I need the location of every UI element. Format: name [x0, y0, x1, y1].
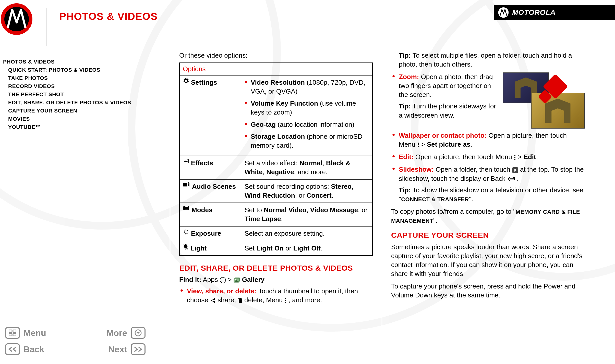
edit-share-bullets: View, share, or delete: Touch a thumbnai…: [179, 287, 373, 305]
option-label-settings: Settings: [180, 76, 244, 156]
svg-rect-11: [184, 206, 184, 207]
sidebar-item-photos-videos[interactable]: PHOTOS & VIDEOS: [3, 59, 149, 65]
back-button[interactable]: Back: [5, 343, 80, 355]
svg-rect-56: [418, 146, 419, 147]
more-dropdown-icon: [131, 327, 146, 339]
edit-bullet: Edit: Open a picture, then touch Menu > …: [391, 153, 585, 161]
edit-share-delete-heading: EDIT, SHARE, OR DELETE PHOTOS & VIDEOS: [179, 263, 373, 273]
sidebar-item-record-videos[interactable]: RECORD VIDEOS: [8, 83, 149, 89]
motorola-logo-large-icon: [0, 3, 33, 36]
gallery-actions-list: Zoom: Open a photo, then drag two finger…: [391, 72, 585, 204]
share-icon: [210, 298, 216, 303]
svg-rect-17: [187, 206, 188, 207]
svg-line-47: [212, 301, 214, 302]
option-row-exposure: Exposure Select an exposure setting.: [180, 227, 372, 241]
option-label-exposure: Exposure: [180, 227, 244, 241]
sidebar-item-movies[interactable]: MOVIES: [8, 116, 149, 122]
zoom-bullet: Zoom: Open a photo, then drag two finger…: [391, 72, 585, 120]
video-audio-icon: [183, 182, 190, 187]
svg-rect-51: [285, 298, 286, 299]
svg-point-34: [221, 280, 222, 281]
overflow-menu-icon: [514, 155, 516, 160]
option-row-modes: Modes Set to Normal Video, Video Message…: [180, 203, 372, 227]
gear-icon: [183, 78, 189, 84]
option-label-audio: Audio Scenes: [180, 180, 244, 203]
copy-photos-para: To copy photos to/from a computer, go to…: [391, 207, 585, 225]
video-options-intro: Or these video options:: [179, 51, 373, 60]
tip-multi-select: Tip: To select multiple files, open a fo…: [391, 51, 585, 69]
svg-point-33: [223, 279, 224, 280]
back-chevron-icon: [5, 343, 20, 355]
option-row-light: Light Set Light On or Light Off.: [180, 241, 372, 255]
option-label-light: Light: [180, 241, 244, 255]
find-it-line: Find it: Apps > Gallery: [179, 275, 373, 284]
modes-label-text: Modes: [191, 206, 212, 215]
back-key-icon: [507, 177, 515, 182]
light-desc: Set Light On or Light Off.: [244, 241, 372, 255]
option-row-audio: Audio Scenes Set sound recording options…: [180, 180, 372, 203]
column-2: Tip: To select multiple files, open a fo…: [382, 43, 594, 359]
next-button-label: Next: [108, 344, 127, 354]
title-block: PHOTOS & VIDEOS: [46, 8, 158, 46]
option-row-effects: Effects Set a video effect: Normal, Blac…: [180, 156, 372, 180]
svg-rect-3: [9, 330, 12, 332]
svg-rect-15: [186, 206, 187, 207]
svg-rect-4: [13, 330, 16, 332]
svg-rect-53: [285, 302, 286, 303]
svg-rect-12: [184, 209, 184, 209]
video-options-table: Options Settings Video Resolution (1080p…: [179, 62, 373, 256]
effects-label-text: Effects: [191, 159, 213, 168]
play-icon: [512, 167, 518, 173]
overflow-menu-icon: [417, 142, 419, 148]
zoom-gesture-illustration: [503, 72, 585, 129]
svg-point-35: [222, 280, 223, 281]
svg-point-39: [223, 281, 224, 282]
sidebar-item-youtube[interactable]: YOUTUBE™: [8, 124, 149, 130]
brightness-icon: [183, 229, 189, 235]
svg-rect-9: [183, 183, 187, 186]
main-content: Or these video options: Options Settings…: [170, 43, 610, 359]
sidebar-item-edit-share-delete[interactable]: EDIT, SHARE, OR DELETE PHOTOS & VIDEOS: [8, 99, 149, 106]
sidebar-item-perfect-shot[interactable]: THE PERFECT SHOT: [8, 91, 149, 97]
slideshow-bullet: Slideshow: Open a folder, then touch at …: [391, 165, 585, 203]
filmstrip-icon: [183, 206, 189, 210]
sidebar-item-take-photos[interactable]: TAKE PHOTOS: [8, 75, 149, 81]
next-button[interactable]: Next: [80, 343, 156, 355]
option-label-effects: Effects: [180, 156, 244, 179]
exposure-desc: Select an exposure setting.: [244, 227, 372, 241]
svg-rect-28: [185, 249, 186, 249]
sidebar-item-capture-screen[interactable]: CAPTURE YOUR SCREEN: [8, 108, 149, 114]
page-nav-controls: Menu More Back Next: [5, 327, 156, 355]
svg-point-19: [185, 231, 187, 233]
audio-label-text: Audio Scenes: [192, 182, 236, 191]
brand-header-bar: MOTOROLA: [494, 5, 615, 20]
svg-rect-57: [514, 155, 515, 156]
modes-desc: Set to Normal Video, Video Message, or T…: [244, 203, 372, 226]
connect-transfer-link[interactable]: CONNECT & TRANSFER: [401, 196, 469, 203]
svg-line-24: [184, 230, 184, 231]
svg-point-36: [223, 280, 224, 281]
capture-para-1: Sometimes a picture speaks louder than w…: [391, 243, 585, 278]
menu-button[interactable]: Menu: [5, 327, 80, 339]
svg-rect-18: [187, 209, 188, 209]
bulb-off-icon: [183, 244, 188, 250]
capture-para-2: To capture your phone's screen, press an…: [391, 282, 585, 300]
gallery-icon: [234, 277, 240, 283]
svg-point-37: [221, 281, 222, 282]
svg-point-38: [222, 281, 223, 282]
svg-line-26: [184, 234, 184, 234]
svg-rect-59: [514, 159, 515, 160]
overflow-menu-icon: [285, 298, 287, 303]
svg-line-46: [212, 299, 214, 300]
settings-desc: Video Resolution (1080p, 720p, DVD, VGA,…: [244, 76, 372, 156]
svg-rect-5: [9, 333, 12, 336]
more-button[interactable]: More: [80, 327, 156, 339]
brand-name: MOTOROLA: [512, 8, 556, 17]
column-1: Or these video options: Options Settings…: [170, 43, 382, 359]
effects-icon: [183, 159, 189, 164]
sidebar-item-quick-start[interactable]: QUICK START: PHOTOS & VIDEOS: [8, 67, 149, 73]
wallpaper-bullet: Wallpaper or contact photo: Open a pictu…: [391, 131, 585, 149]
svg-rect-16: [186, 209, 187, 209]
svg-rect-13: [185, 206, 186, 207]
capture-screen-heading: CAPTURE YOUR SCREEN: [391, 230, 585, 241]
